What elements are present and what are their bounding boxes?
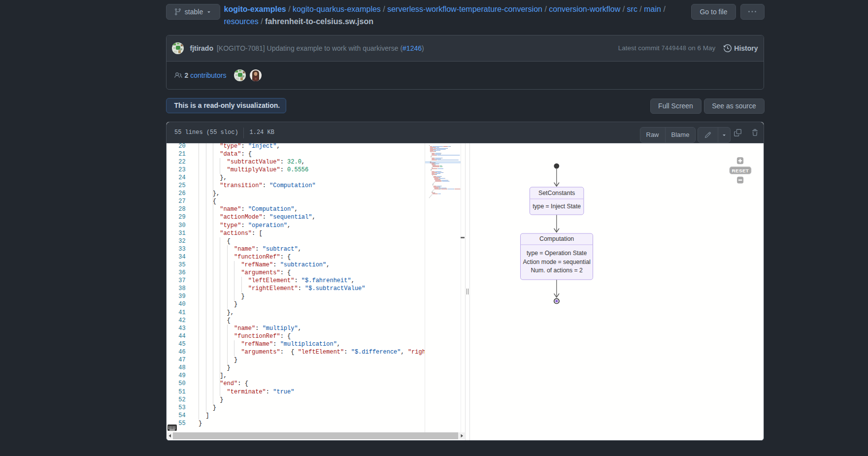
svg-text:type = Inject State: type = Inject State — [533, 203, 581, 210]
svg-text:RESET: RESET — [732, 168, 749, 173]
svg-text:Num. of actions = 2: Num. of actions = 2 — [531, 267, 583, 274]
svg-text:SetConstants: SetConstants — [538, 190, 574, 196]
svg-text:Computation: Computation — [539, 236, 573, 243]
svg-text:Action mode = sequential: Action mode = sequential — [523, 259, 590, 265]
svg-text:type = Operation State: type = Operation State — [526, 250, 587, 257]
